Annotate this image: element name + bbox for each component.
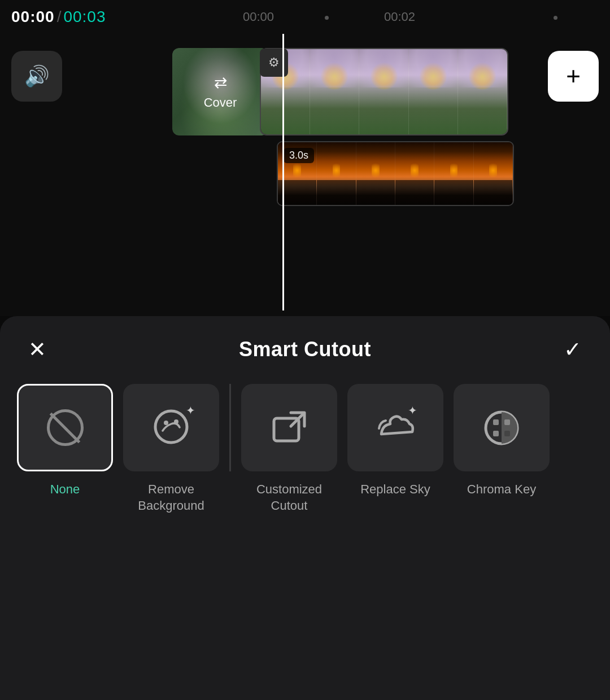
customized-cutout-icon (269, 408, 309, 448)
option-divider (229, 384, 231, 471)
time-marker-start: 00:00 (243, 10, 274, 24)
option-none-label: None (50, 482, 80, 498)
sky-sparkle-icon: ✦ (408, 404, 417, 417)
smart-cutout-panel: ✕ Smart Cutout ✓ None ✦ (0, 316, 610, 700)
audio-icon: 🔊 (24, 64, 50, 88)
video-frames (261, 49, 507, 134)
confirm-button[interactable]: ✓ (564, 339, 582, 360)
option-remove-background-box[interactable]: ✦ (123, 384, 219, 471)
broll-track[interactable]: 3.0s (277, 141, 514, 206)
broll-frame-2 (317, 142, 356, 205)
option-customized-cutout-label: CustomizedCutout (256, 482, 322, 514)
cover-track[interactable]: ⇄ Cover (172, 48, 268, 135)
panel-header: ✕ Smart Cutout ✓ (0, 316, 610, 373)
option-customized-cutout-box[interactable] (241, 384, 337, 471)
option-customized-cutout[interactable]: CustomizedCutout (241, 384, 337, 514)
video-frame-3 (359, 49, 408, 134)
options-row: None ✦ RemoveBackground (0, 373, 610, 514)
settings-icon: ⚙ (268, 55, 280, 70)
time-separator: / (57, 8, 62, 26)
broll-frame-3 (356, 142, 395, 205)
time-marker-mid: 00:02 (384, 10, 415, 24)
option-chroma-key-box[interactable] (454, 384, 550, 471)
time-dot-1 (325, 16, 329, 20)
svg-rect-7 (493, 431, 499, 436)
timeline-area: 00:00 / 00:03 00:00 00:02 🔊 ⇄ Cover ⚙ (0, 0, 610, 316)
chroma-key-icon (482, 408, 521, 448)
panel-title: Smart Cutout (239, 338, 371, 361)
option-chroma-key-label: Chroma Key (467, 482, 536, 498)
svg-point-0 (155, 411, 187, 443)
cover-text: Cover (204, 95, 237, 110)
video-frame-2 (310, 49, 359, 134)
cover-label: ⇄ Cover (204, 73, 237, 110)
remove-background-icon (151, 407, 191, 447)
broll-duration-badge: 3.0s (284, 148, 314, 163)
playhead[interactable] (282, 34, 284, 310)
time-current: 00:00 (11, 8, 55, 26)
audio-button[interactable]: 🔊 (11, 51, 62, 102)
option-none-box[interactable] (17, 384, 113, 471)
sparkle-icon: ✦ (186, 404, 195, 417)
svg-rect-8 (504, 431, 510, 436)
time-ruler: 00:00 / 00:03 00:00 00:02 (0, 0, 610, 34)
option-remove-background[interactable]: ✦ RemoveBackground (123, 384, 219, 514)
add-button[interactable]: + (548, 51, 599, 102)
video-track[interactable] (260, 48, 508, 135)
option-chroma-key[interactable]: Chroma Key (454, 384, 550, 498)
video-frame-5 (458, 49, 507, 134)
time-dot-2 (554, 16, 557, 20)
broll-frame-6 (474, 142, 513, 205)
svg-point-1 (164, 421, 168, 425)
time-total: 00:03 (63, 8, 106, 26)
option-remove-background-label: RemoveBackground (138, 482, 204, 514)
close-button[interactable]: ✕ (28, 339, 46, 360)
svg-rect-5 (493, 419, 499, 425)
svg-point-2 (174, 419, 178, 424)
add-icon: + (566, 62, 581, 90)
cover-icon: ⇄ (214, 73, 227, 92)
broll-frame-5 (434, 142, 473, 205)
video-frame-4 (409, 49, 458, 134)
option-replace-sky-label: Replace Sky (360, 482, 430, 498)
option-replace-sky-box[interactable]: ✦ (347, 384, 443, 471)
svg-rect-6 (504, 419, 510, 425)
broll-frame-4 (395, 142, 434, 205)
none-icon (47, 409, 84, 446)
option-replace-sky[interactable]: ✦ Replace Sky (347, 384, 443, 498)
option-none[interactable]: None (17, 384, 113, 498)
